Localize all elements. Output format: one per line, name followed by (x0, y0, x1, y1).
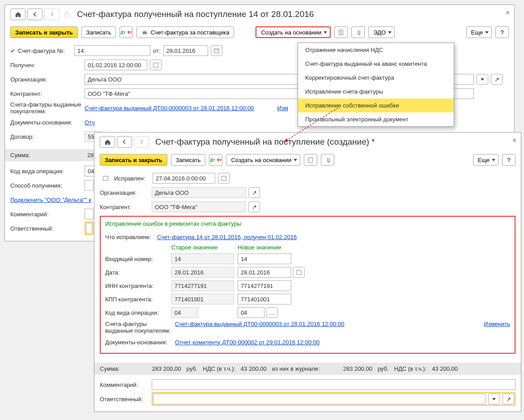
open-icon[interactable]: ↗ (248, 201, 260, 212)
label: Контрагент: (100, 204, 149, 210)
window-title: Счет-фактура полученный на поступление 1… (77, 9, 314, 19)
svg-rect-1 (144, 30, 146, 31)
menu-item[interactable]: Счет-фактура выданный на аванс комитента (298, 57, 454, 71)
forward-button[interactable] (134, 136, 149, 148)
close-icon[interactable]: × (512, 136, 516, 144)
label: Организация: (100, 189, 149, 196)
back-button[interactable] (27, 9, 43, 20)
checkmark-icon: ✔ (10, 47, 15, 54)
invoice-no-input[interactable]: 14 (74, 45, 150, 56)
create-on-basis-button[interactable]: Создать на основании (256, 26, 331, 38)
more-button[interactable]: Еще (473, 154, 498, 166)
label: Комментарий: (10, 211, 82, 218)
received-input[interactable]: 01.02.2016 12:00:00 (85, 60, 147, 70)
attachment-button[interactable] (351, 26, 365, 38)
doc-base-link[interactable]: Отч (85, 119, 95, 126)
menu-item[interactable]: Корректировочный счет-фактура (298, 71, 454, 85)
window-title: Счет-фактура полученный на поступление (… (155, 137, 375, 147)
attachment-button[interactable] (321, 154, 334, 166)
label: Организация: (10, 76, 82, 83)
organization-input: Дельта ООО (152, 187, 246, 198)
correction-box: Исправление ошибок в реквизитах счета-фа… (100, 216, 515, 250)
menu-item[interactable]: Отражение начисления НДС (298, 43, 454, 57)
label: Исправлен: (114, 175, 150, 182)
dtkt-button[interactable]: ДтКт (209, 154, 222, 166)
label: Документы-основания: (10, 119, 82, 126)
caret-down-icon (294, 159, 297, 161)
save-button[interactable]: Записать (81, 26, 116, 38)
caret-down-icon (388, 31, 392, 34)
svg-rect-7 (222, 176, 226, 181)
connect-link[interactable]: Подключить "ООО "Дельта"" к (10, 197, 91, 203)
create-on-basis-menu: Отражение начисления НДС Счет-фактура вы… (298, 43, 454, 127)
change-link[interactable]: Изм (277, 105, 288, 111)
edo-button[interactable]: ЭДО (368, 26, 395, 38)
forward-button[interactable] (44, 9, 60, 20)
save-button[interactable]: Записать (171, 154, 206, 166)
col-new: Новое значение (238, 244, 309, 250)
supplier-invoice-button[interactable]: Счет-фактура за поставщика (136, 26, 234, 38)
label: Получен: (10, 62, 82, 69)
document-icon-button[interactable] (334, 26, 348, 38)
window-invoice-create: × Счет-фактура полученный на поступление… (94, 132, 521, 250)
label: Счета-фактуры выданные покупателям: (10, 101, 82, 115)
svg-rect-3 (214, 49, 219, 53)
document-icon-button[interactable] (304, 154, 317, 166)
fixed-date-input[interactable]: 27.04.2016 0:00:00 (153, 173, 215, 184)
calendar-icon[interactable] (150, 60, 162, 70)
more-button[interactable]: Еще (466, 26, 492, 38)
home-button[interactable] (100, 136, 115, 148)
what-link[interactable]: Счет-фактура 14 от 28.01.2016, получен 0… (157, 234, 297, 240)
close-icon[interactable]: × (506, 9, 510, 16)
comment-input[interactable] (85, 209, 94, 219)
help-button[interactable]: ? (495, 26, 509, 38)
label: Договор: (10, 133, 82, 140)
outgoing-invoice-link[interactable]: Счет-фактура выданный ДТ00-0000003 от 28… (85, 105, 254, 111)
caret-down-icon (485, 31, 489, 34)
label: Сумма: (10, 152, 82, 159)
home-button[interactable] (10, 9, 26, 20)
save-close-button[interactable]: Записать и закрыть (100, 154, 167, 166)
sum-value: 28 (87, 152, 94, 159)
help-button[interactable]: ? (502, 154, 515, 166)
menu-item[interactable]: Произвольный электронный документ (298, 112, 454, 126)
label: Что исправляем: (105, 234, 154, 240)
counterparty-input: ООО "ТФ-Мега" (152, 201, 246, 212)
svg-rect-5 (309, 157, 312, 162)
label: Счет-фактура №: (18, 47, 72, 54)
responsible-input[interactable] (86, 223, 92, 234)
label: Контрагент: (10, 90, 82, 97)
method-input[interactable] (85, 180, 94, 191)
menu-item-own-error-fix[interactable]: Исправление собственной ошибки (298, 99, 454, 112)
calendar-icon (100, 173, 111, 184)
box-title: Исправление ошибок в реквизитах счета-фа… (105, 220, 510, 227)
back-button[interactable] (117, 136, 132, 148)
caret-down-icon (492, 159, 495, 161)
calendar-icon[interactable] (211, 45, 222, 56)
create-on-basis-button[interactable]: Создать на основании (226, 154, 300, 166)
open-icon[interactable]: ↗ (491, 74, 503, 85)
star-icon[interactable]: ☆ (63, 9, 71, 20)
svg-rect-6 (103, 176, 108, 181)
open-icon[interactable]: ↗ (248, 187, 260, 198)
save-close-button[interactable]: Записать и закрыть (10, 26, 78, 38)
svg-rect-0 (143, 31, 147, 34)
dtkt-button[interactable]: ДтКт (119, 26, 133, 38)
label: Способ получения: (10, 182, 82, 189)
caret-down-icon (324, 31, 327, 34)
col-old: Старое значение (171, 244, 234, 250)
calendar-icon[interactable] (218, 173, 230, 184)
label: Код вида операции: (10, 168, 82, 175)
dropdown-icon[interactable] (477, 74, 488, 85)
menu-item[interactable]: Исправление счета-фактуры (298, 85, 454, 99)
svg-rect-4 (153, 63, 158, 68)
invoice-date-input[interactable]: 28.01.2016 (163, 45, 208, 56)
label: Ответственный: (10, 225, 82, 232)
